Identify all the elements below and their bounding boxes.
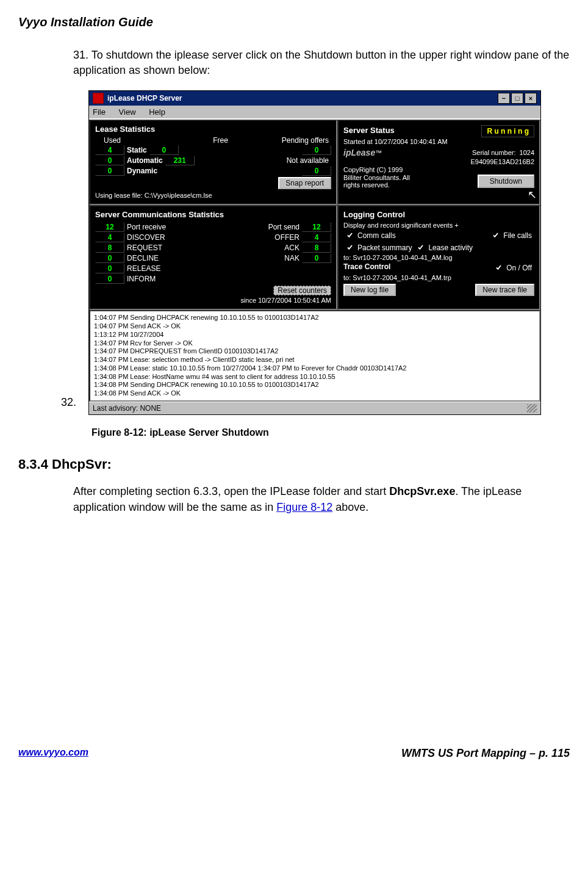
comm-stats-heading: Server Communications Statistics <box>95 210 331 219</box>
footer-link[interactable]: www.vyyo.com <box>18 747 88 760</box>
stat-label: DECLINE <box>127 254 159 262</box>
stat-label: Port send <box>268 223 299 231</box>
stat-value: 4 <box>95 233 124 242</box>
stat-value: 0 <box>302 253 331 263</box>
new-log-file-button[interactable]: New log file <box>343 284 396 296</box>
lease-activity-label: Lease activity <box>428 244 473 252</box>
trace-onoff-checkbox[interactable] <box>495 264 503 272</box>
stat-value: 0 <box>95 264 124 273</box>
static-used-value: 4 <box>95 145 124 155</box>
static-free-value: 0 <box>149 145 179 155</box>
logging-control-pane: Logging Control Display and record signi… <box>337 205 540 310</box>
serial-label: Serial number: <box>472 149 516 156</box>
figure-link[interactable]: Figure 8-12 <box>276 501 332 513</box>
comm-stats-pane: Server Communications Statistics 12Port … <box>89 205 337 310</box>
minimize-button[interactable]: − <box>498 93 510 104</box>
copyright-2: Billiter Consultants. All <box>343 174 478 181</box>
logging-desc: Display and record significant events + <box>343 222 534 229</box>
para-text-d: above. <box>332 501 368 513</box>
maximize-button[interactable]: □ <box>511 93 523 104</box>
file-calls-checkbox[interactable] <box>492 232 500 239</box>
stat-value: 0 <box>95 253 124 263</box>
stat-value: 12 <box>302 222 331 232</box>
cursor-icon: ↖ <box>528 188 537 201</box>
menu-file[interactable]: File <box>93 107 106 117</box>
log-line: 1:13:12 PM 10/27/2004 <box>94 331 536 339</box>
log-line: 1:34:07 PM DHCPREQUEST from ClientID 010… <box>94 347 536 356</box>
dyn-used-value: 0 <box>95 166 124 176</box>
not-available-label: Not available <box>287 156 329 165</box>
doc-title: Vyyo Installation Guide <box>18 15 570 29</box>
log-line: 1:34:07 PM Lease: selection method -> Cl… <box>94 356 536 364</box>
new-trace-file-button[interactable]: New trace file <box>475 284 534 296</box>
stat-label: REQUEST <box>127 244 162 252</box>
para-text-a: After completing section 6.3.3, open the… <box>73 485 389 497</box>
snap-report-button[interactable]: Snap report <box>278 177 331 189</box>
stat-value: 12 <box>95 222 124 232</box>
comm-calls-label: Comm calls <box>357 231 396 240</box>
menu-view[interactable]: View <box>119 107 136 117</box>
pending-value: 0 <box>302 145 331 155</box>
packet-summary-checkbox[interactable] <box>346 244 354 251</box>
step-32-number: 32. <box>61 396 76 415</box>
stat-label: Port receive <box>127 223 166 231</box>
status-bar-text: Last advisory: NONE <box>93 404 161 413</box>
comm-right-col: Port send12OFFER4ACK8NAK0 <box>213 222 332 284</box>
stat-label: OFFER <box>274 233 299 242</box>
trace-control-heading: Trace Control <box>343 262 390 271</box>
copyright-3: rights reserved. <box>343 181 478 189</box>
resize-grip-icon[interactable] <box>527 404 537 413</box>
stat-label: INFORM <box>127 275 156 283</box>
server-status-pane: Server Status R u n n i n g Started at 1… <box>337 120 540 205</box>
stat-value: 0 <box>95 274 124 284</box>
lease-statistics-pane: Lease Statistics Used Free Pending offer… <box>89 120 337 205</box>
close-button[interactable]: × <box>525 93 537 104</box>
port-value: 1024 <box>520 149 534 156</box>
static-label: Static <box>127 146 147 154</box>
stat-label: NAK <box>284 254 299 262</box>
log-to-path: to: Svr10-27-2004_10-40-41_AM.log <box>343 254 534 261</box>
stat-label: DISCOVER <box>127 233 165 242</box>
comm-calls-checkbox[interactable] <box>346 232 354 239</box>
auto-used-value: 0 <box>95 156 124 165</box>
stat-value: 4 <box>302 233 331 242</box>
dynamic-label: Dynamic <box>127 167 157 175</box>
log-line: 1:34:07 PM Rcv for Server -> OK <box>94 339 536 348</box>
window-title: ipLease DHCP Server <box>107 94 182 103</box>
step-31: 31. To shutdown the iplease server click… <box>73 48 570 78</box>
started-at: Started at 10/27/2004 10:40:41 AM <box>343 138 534 145</box>
menu-help[interactable]: Help <box>149 107 165 117</box>
serial-value: E94099E13AD216B2 <box>470 158 534 165</box>
reset-counters-button[interactable]: Reset counters <box>273 286 331 295</box>
figure-caption: Figure 8-12: ipLease Server Shutdown <box>91 427 570 438</box>
auto-free-value: 231 <box>165 156 195 165</box>
since-timestamp: since 10/27/2004 10:50:41 AM <box>95 297 331 304</box>
logging-heading: Logging Control <box>343 210 534 219</box>
packet-summary-label: Packet summary <box>357 244 412 252</box>
free-label: Free <box>213 136 228 145</box>
iplease-logo: ipLease <box>343 148 375 157</box>
comm-left-col: 12Port receive4DISCOVER8REQUEST0DECLINE0… <box>95 222 213 284</box>
menu-bar: File View Help <box>89 106 540 118</box>
tm-mark: ™ <box>375 149 382 156</box>
log-line: 1:34:08 PM Lease: static 10.10.10.55 fro… <box>94 364 536 373</box>
log-line: 1:34:08 PM Sending DHCPACK renewing 10.1… <box>94 381 536 389</box>
iplease-window: ipLease DHCP Server − □ × File View Help… <box>88 90 541 415</box>
shutdown-button[interactable]: Shutdown <box>478 175 534 188</box>
file-calls-label: File calls <box>503 231 532 240</box>
para-bold: DhcpSvr.exe <box>389 485 455 497</box>
stat-value: 8 <box>95 243 124 253</box>
log-output[interactable]: 1:04:07 PM Sending DHCPACK renewing 10.1… <box>89 310 540 402</box>
trace-onoff-label: On / Off <box>506 264 532 272</box>
trace-to-path: to: Svr10-27-2004_10-40-41_AM.trp <box>343 274 534 281</box>
server-status-heading: Server Status <box>343 126 395 135</box>
log-line: 1:04:07 PM Sending DHCPACK renewing 10.1… <box>94 314 536 322</box>
not-available-value: 0 <box>302 166 331 176</box>
section-heading: 8.3.4 DhcpSvr: <box>18 457 570 472</box>
window-titlebar[interactable]: ipLease DHCP Server − □ × <box>89 91 540 106</box>
stat-value: 8 <box>302 243 331 253</box>
lease-activity-checkbox[interactable] <box>417 244 425 251</box>
used-label: Used <box>104 136 121 145</box>
lease-file-path: Using lease file: C:\Vyyo\iplease\cm.lse <box>95 192 331 199</box>
log-line: 1:34:08 PM Send ACK -> OK <box>94 389 536 398</box>
